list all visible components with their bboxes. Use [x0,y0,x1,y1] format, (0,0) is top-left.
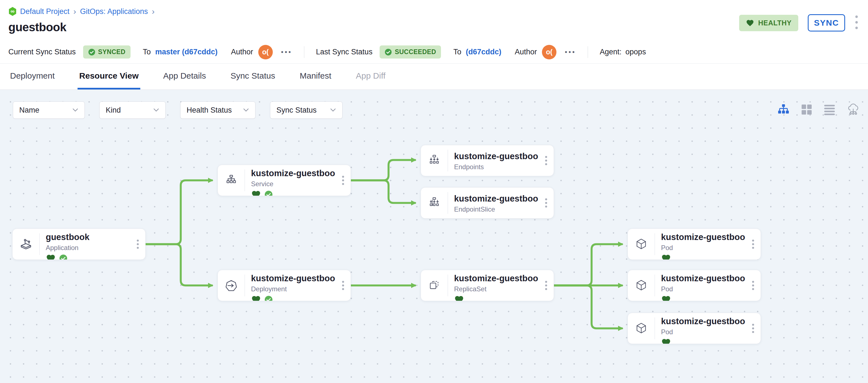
chevron-down-icon [72,108,79,112]
node-kebab-icon[interactable] [336,165,350,196]
node-kebab-icon[interactable] [746,313,761,344]
node-kind: Pod [661,328,746,336]
node-replicaset[interactable]: kustomize-guestbook-ui-... ReplicaSet [421,270,554,301]
healthy-heart-icon [661,254,671,259]
page-title: guestbook [8,21,858,34]
synced-badge-label: SYNCED [98,48,125,56]
endpoints-icon [421,145,448,176]
node-deployment[interactable]: kustomize-guestbook-ui Deployment [218,270,351,301]
node-kebab-icon[interactable] [538,270,554,301]
author-label: Author [515,48,537,56]
current-revision-link[interactable]: master (d67cddc) [155,48,218,56]
node-kind: Endpoints [454,163,538,171]
last-revision-link[interactable]: (d67cddc) [466,48,501,56]
node-kebab-icon[interactable] [538,188,554,218]
page-actions-kebab-icon[interactable] [855,13,859,33]
node-pod-3[interactable]: kustomize-guestbook-ui-... Pod [627,313,761,344]
node-kebab-icon[interactable] [538,145,554,176]
node-title: kustomize-guestbook-ui [251,274,336,284]
application-icon [12,229,39,259]
check-circle-icon [384,49,392,56]
node-kebab-icon[interactable] [130,229,145,259]
sync-status-bar: Current Sync Status SYNCED To master (d6… [0,41,868,64]
svg-text:∞: ∞ [10,8,14,14]
node-kind: Pod [661,285,746,293]
tab-bar: Deployment Resource View App Details Syn… [0,64,868,90]
author-avatar[interactable]: o( [542,45,556,59]
to-label: To [453,48,461,56]
succeeded-badge-label: SUCCEEDED [395,48,436,56]
tab-resource-view[interactable]: Resource View [78,64,140,90]
synced-badge: SYNCED [83,45,130,59]
health-badge-label: HEALTHY [758,19,792,27]
node-pod-2[interactable]: kustomize-guestbook-ui-... Pod [627,270,761,301]
tab-sync-status[interactable]: Sync Status [229,64,277,90]
agent-name: opops [625,48,646,56]
synced-check-icon [265,190,273,196]
node-kebab-icon[interactable] [746,270,761,301]
tree-view-icon[interactable] [778,104,789,116]
tab-deployment[interactable]: Deployment [8,64,56,90]
node-service[interactable]: kustomize-guestbook-ui Service [218,165,351,196]
chevron-down-icon [330,108,336,112]
breadcrumb-section[interactable]: GitOps: Applications [80,7,148,16]
pod-icon [628,313,655,344]
author-label: Author [231,48,253,56]
node-endpoints[interactable]: kustomize-guestbook-ui Endpoints [421,145,554,176]
kind-filter-dropdown[interactable]: Kind [99,101,166,119]
tab-app-details[interactable]: App Details [161,64,208,90]
node-endpointslice[interactable]: kustomize-guestbook-ui-... EndpointSlice [421,187,554,219]
author-more-icon[interactable]: ••• [565,48,576,56]
current-sync-label: Current Sync Status [8,48,76,56]
name-filter-dropdown[interactable]: Name [13,101,85,119]
node-kebab-icon[interactable] [336,270,350,301]
tab-app-diff: App Diff [354,64,387,90]
service-icon [218,165,245,196]
chevron-down-icon [153,108,159,112]
node-title: guestbook [46,232,130,242]
pod-icon [628,229,655,259]
filter-row: Name Kind Health Status Sync Status [13,101,342,119]
list-view-icon[interactable] [824,104,835,115]
page-header: ∞ Default Project › GitOps: Applications… [0,0,868,41]
node-title: kustomize-guestbook-ui-... [661,316,746,326]
view-switcher [778,103,860,116]
tab-manifest[interactable]: Manifest [298,64,333,90]
cloud-network-view-icon[interactable] [847,103,860,116]
healthy-heart-icon [251,190,261,196]
name-filter-label: Name [19,106,39,115]
kind-filter-label: Kind [106,106,121,115]
healthy-heart-icon [46,254,56,259]
author-more-icon[interactable]: ••• [281,48,292,56]
healthy-heart-icon [661,295,671,301]
breadcrumb-project[interactable]: Default Project [20,7,69,16]
node-kind: Pod [661,244,746,252]
sync-button[interactable]: SYNC [808,14,845,32]
node-application-guestbook[interactable]: guestbook Application [12,229,146,260]
succeeded-badge: SUCCEEDED [380,45,441,59]
divider [304,46,304,58]
health-status-badge: HEALTHY [739,15,798,31]
to-label: To [143,48,151,56]
node-kind: Deployment [251,285,336,293]
agent-group: Agent: opops [600,48,646,56]
last-sync-label: Last Sync Status [316,48,373,56]
breadcrumb-separator: › [151,7,155,16]
node-title: kustomize-guestbook-ui-... [454,194,538,204]
node-kind: ReplicaSet [454,285,538,293]
sync-status-filter-dropdown[interactable]: Sync Status [270,101,342,119]
breadcrumb-separator: › [73,7,77,16]
grid-view-icon[interactable] [801,104,812,115]
health-status-filter-dropdown[interactable]: Health Status [180,101,255,119]
deployment-icon [218,270,245,301]
pod-icon [628,270,655,301]
node-kebab-icon[interactable] [746,229,761,259]
node-pod-1[interactable]: kustomize-guestbook-ui-... Pod [627,229,761,260]
synced-check-icon [265,295,273,301]
author-avatar[interactable]: o( [258,45,273,59]
node-kind: Service [251,180,336,188]
healthy-heart-icon [251,295,261,301]
agent-label: Agent: [600,48,621,56]
node-kind: Application [46,244,130,252]
resource-tree-canvas[interactable]: Name Kind Health Status Sync Status [0,90,868,383]
